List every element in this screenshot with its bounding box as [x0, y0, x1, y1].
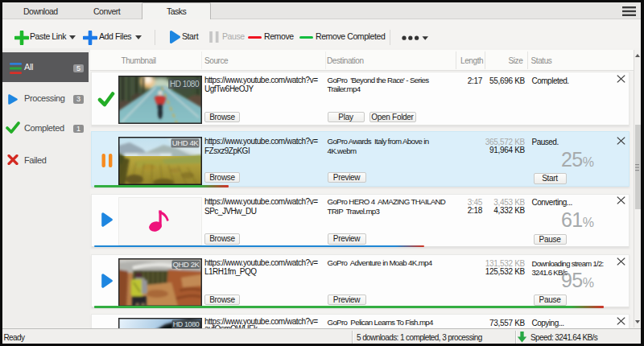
svg-text:HD 1080: HD 1080 — [172, 320, 199, 328]
svg-text:QHD 2K: QHD 2K — [172, 259, 200, 268]
svg-text:UHD 4K: UHD 4K — [171, 138, 199, 147]
svg-text:HD 1080: HD 1080 — [170, 79, 200, 88]
